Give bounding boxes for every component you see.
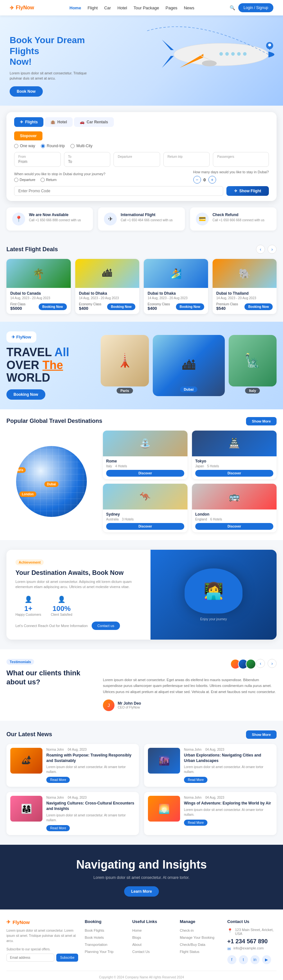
tab-flights[interactable]: ✈ Flights [14,117,43,127]
info-card-international: ✈ International Flight Call +1 650 464 6… [98,207,185,231]
rome-discover-button[interactable]: Discover [106,470,184,477]
useful-link-0[interactable]: Home [132,929,141,932]
contact-us-button[interactable]: Contact us [92,622,120,630]
travel-banner: ✈ FlyNow TRAVEL All OVER The WORLD Booki… [0,322,283,409]
insights-learn-more-button[interactable]: Learn More [124,886,159,897]
nav-car[interactable]: Car [104,5,111,10]
show-more-button[interactable]: Show More [246,417,277,425]
london-discover-button[interactable]: Discover [195,523,274,530]
testimonial-prev-button[interactable]: ‹ [256,659,265,668]
to-input[interactable] [68,159,106,164]
decrement-days-button[interactable]: − [193,176,201,184]
deal-book-1[interactable]: Booking Now [107,303,135,310]
nav-tour[interactable]: Tour Package [133,5,159,10]
news-card-3: 🌅 Norma John 04 Aug, 2023 Wings of Adven… [144,792,277,835]
passengers-field[interactable]: Passengers 2 Passengers / Business [213,152,269,167]
manage-link-2[interactable]: Check/Buy Data [180,943,205,947]
news-show-more-button[interactable]: Show More [246,730,277,739]
refund-title: Check Refund [213,213,265,217]
login-button[interactable]: Login / Signup [238,3,274,12]
booking-link-3[interactable]: Planning Your Trip [85,950,113,954]
tokyo-discover-button[interactable]: Discover [195,470,274,477]
departure-duration-radio[interactable] [14,178,18,182]
useful-link-2[interactable]: About [132,943,141,947]
nav-news[interactable]: News [184,5,194,10]
london-country: England [195,517,207,521]
dest-italy[interactable]: 🗽 Italy [229,335,277,396]
departure-input[interactable]: Aug 18, 2023 [118,159,156,164]
news-read-0[interactable]: Read More [46,777,70,783]
deals-prev-button[interactable]: ‹ [256,245,265,254]
footer-now: Now [20,920,30,925]
hero-plane-illustration [138,22,283,88]
show-flight-button[interactable]: ✈ Show Flight [226,186,269,196]
booking-link-1[interactable]: Book Hotels [85,935,104,939]
search-icon[interactable]: 🔍 [229,5,235,10]
deal-book-3[interactable]: Booking Now [244,303,273,310]
deal-card-3: 🐘 Dubai to Thailand 14 Aug, 2023 - 20 Au… [213,259,277,314]
passengers-input[interactable]: 2 Passengers / Business [217,159,265,164]
from-input[interactable] [18,159,57,164]
tab-car[interactable]: 🚗 Car Rentals [74,117,114,127]
travel-booking-button[interactable]: Booking Now [6,389,45,400]
navbar: ✈ FlyNow Home Flight Car Hotel Tour Pack… [0,0,283,16]
news-img-0: 🏕 [10,748,43,773]
booking-link-2[interactable]: Transportation [85,943,108,947]
subscribe-button[interactable]: Subscribe [56,954,78,962]
footer-email-input[interactable] [6,954,54,962]
useful-link-3[interactable]: Contact Us [132,950,150,954]
useful-link-1[interactable]: Blogs [132,935,141,939]
available-desc: Call +1 650 666 888 connect with us [29,218,81,223]
linkedin-link[interactable]: in [250,955,259,964]
round-trip-radio[interactable] [41,144,45,148]
logo-icon: ✈ [9,5,14,11]
deal-class-price-3: Premium Class $540 [217,302,238,311]
deal-book-2[interactable]: Booking Now [176,303,204,310]
satisfied-num: 100% [51,605,72,613]
customers-num: 1+ [16,605,41,613]
sydney-discover-button[interactable]: Discover [106,523,184,530]
tab-hotel[interactable]: 🏨 Hotel [45,117,73,127]
news-card-1: 🌆 Norma John 04 Aug, 2023 Urban Explorat… [144,744,277,787]
return-field[interactable]: Return trip Aug 20, 2023 [163,152,210,167]
dest-paris[interactable]: 🗼 Paris [101,335,149,396]
facebook-link[interactable]: f [228,955,236,964]
news-read-3[interactable]: Read More [184,819,207,826]
news-read-1[interactable]: Read More [184,777,207,783]
globe-illustration: Paris Dubai London [16,446,87,517]
brand-logo[interactable]: ✈ FlyNow [9,5,34,11]
banner-text: ✈ FlyNow TRAVEL All OVER The WORLD Booki… [6,331,94,400]
from-field[interactable]: From [14,152,61,167]
nav-hotel[interactable]: Hotel [117,5,127,10]
refund-icon: 💳 [196,213,209,226]
nav-home[interactable]: Home [70,5,81,10]
youtube-link[interactable]: ▶ [262,955,271,964]
manage-link-0[interactable]: Check-in [180,929,194,932]
multi-city-radio[interactable] [70,144,74,148]
manage-link-1[interactable]: Manage Your Booking [180,935,215,939]
news-content-2: Norma John 04 Aug, 2023 Navigating Cultu… [46,796,135,831]
news-read-2[interactable]: Read More [46,825,70,831]
testimonial-next-button[interactable]: › [267,659,277,668]
london-img: 🚌 [192,484,277,509]
duration-label: When would you like to stop in Dubai dur… [14,172,106,176]
increment-days-button[interactable]: + [209,176,216,184]
promo-input[interactable] [14,186,223,196]
return-input[interactable]: Aug 20, 2023 [168,159,206,164]
manage-link-3[interactable]: Flight Status [180,950,199,954]
info-cards-section: 📍 We are Now Available Call +1 650 666 8… [6,207,277,231]
svg-point-1 [243,52,247,56]
one-way-radio[interactable] [14,144,18,148]
nav-pages[interactable]: Pages [166,5,177,10]
footer-contact: Contact Us 📍 123 Main Street, Aricket, U… [228,919,277,964]
nav-flight[interactable]: Flight [87,5,98,10]
booking-link-0[interactable]: Book Flights [85,929,104,932]
to-field[interactable]: To [64,152,111,167]
twitter-link[interactable]: t [239,955,248,964]
return-duration-radio[interactable] [41,178,45,182]
deals-next-button[interactable]: › [267,245,277,254]
departure-field[interactable]: Departure Aug 18, 2023 [114,152,160,167]
deal-book-0[interactable]: Booking Now [39,303,67,310]
dest-dubai[interactable]: 🏙 Dubai [153,335,225,396]
hero-cta-button[interactable]: Book Now [9,86,43,97]
